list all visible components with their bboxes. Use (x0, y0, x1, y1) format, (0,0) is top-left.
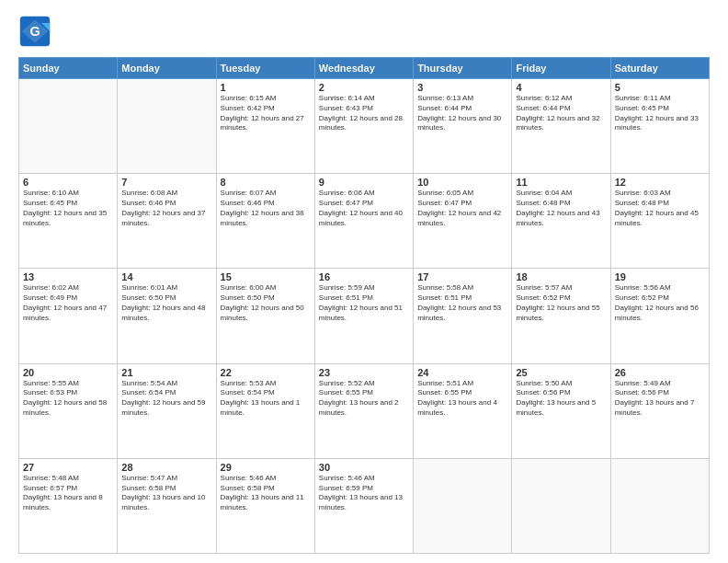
logo: G (18, 15, 55, 48)
week-row-4: 20Sunrise: 5:55 AM Sunset: 6:53 PM Dayli… (19, 363, 710, 458)
day-info: Sunrise: 5:51 AM Sunset: 6:55 PM Dayligh… (417, 379, 507, 419)
day-number: 17 (417, 271, 507, 282)
day-number: 30 (319, 462, 409, 473)
day-number: 12 (615, 177, 705, 188)
day-cell: 7Sunrise: 6:08 AM Sunset: 6:46 PM Daylig… (118, 174, 216, 269)
day-number: 25 (516, 367, 606, 378)
day-cell: 6Sunrise: 6:10 AM Sunset: 6:45 PM Daylig… (19, 174, 118, 269)
week-row-5: 27Sunrise: 5:48 AM Sunset: 6:57 PM Dayli… (19, 458, 710, 553)
day-info: Sunrise: 6:00 AM Sunset: 6:50 PM Dayligh… (221, 283, 311, 323)
calendar-header: SundayMondayTuesdayWednesdayThursdayFrid… (19, 58, 710, 79)
day-info: Sunrise: 5:57 AM Sunset: 6:52 PM Dayligh… (516, 283, 606, 323)
day-info: Sunrise: 6:07 AM Sunset: 6:46 PM Dayligh… (221, 189, 311, 228)
day-cell: 8Sunrise: 6:07 AM Sunset: 6:46 PM Daylig… (216, 174, 314, 269)
day-info: Sunrise: 5:46 AM Sunset: 6:58 PM Dayligh… (221, 474, 311, 513)
day-info: Sunrise: 5:47 AM Sunset: 6:58 PM Dayligh… (121, 474, 211, 513)
day-cell (610, 458, 709, 553)
day-number: 15 (221, 271, 311, 282)
day-cell: 26Sunrise: 5:49 AM Sunset: 6:56 PM Dayli… (610, 363, 709, 458)
day-number: 11 (516, 177, 606, 188)
day-cell: 20Sunrise: 5:55 AM Sunset: 6:53 PM Dayli… (19, 363, 118, 458)
day-number: 29 (221, 462, 311, 473)
day-info: Sunrise: 6:13 AM Sunset: 6:44 PM Dayligh… (417, 94, 507, 133)
day-info: Sunrise: 5:55 AM Sunset: 6:53 PM Dayligh… (23, 379, 113, 419)
day-cell: 23Sunrise: 5:52 AM Sunset: 6:55 PM Dayli… (314, 363, 413, 458)
day-info: Sunrise: 5:58 AM Sunset: 6:51 PM Dayligh… (417, 283, 507, 323)
day-info: Sunrise: 6:05 AM Sunset: 6:47 PM Dayligh… (417, 189, 507, 228)
day-info: Sunrise: 6:14 AM Sunset: 6:43 PM Dayligh… (319, 94, 409, 133)
page: G SundayMondayTuesdayWednesdayThursdayFr… (0, 0, 728, 563)
day-cell: 21Sunrise: 5:54 AM Sunset: 6:54 PM Dayli… (118, 363, 216, 458)
day-number: 14 (121, 271, 211, 282)
day-info: Sunrise: 6:10 AM Sunset: 6:45 PM Dayligh… (23, 189, 113, 228)
day-info: Sunrise: 5:56 AM Sunset: 6:52 PM Dayligh… (615, 283, 705, 323)
day-number: 28 (121, 462, 211, 473)
day-info: Sunrise: 6:15 AM Sunset: 6:42 PM Dayligh… (221, 94, 311, 133)
day-info: Sunrise: 6:12 AM Sunset: 6:44 PM Dayligh… (516, 94, 606, 133)
day-cell (118, 79, 216, 174)
day-number: 16 (319, 271, 409, 282)
day-info: Sunrise: 5:46 AM Sunset: 6:59 PM Dayligh… (319, 474, 409, 513)
day-number: 26 (615, 367, 705, 378)
day-info: Sunrise: 5:53 AM Sunset: 6:54 PM Dayligh… (221, 379, 311, 419)
day-cell (414, 458, 512, 553)
day-cell: 1Sunrise: 6:15 AM Sunset: 6:42 PM Daylig… (216, 79, 314, 174)
day-info: Sunrise: 6:02 AM Sunset: 6:49 PM Dayligh… (23, 283, 113, 323)
week-row-3: 13Sunrise: 6:02 AM Sunset: 6:49 PM Dayli… (19, 269, 710, 363)
header-cell-monday: Monday (118, 58, 216, 79)
day-cell: 15Sunrise: 6:00 AM Sunset: 6:50 PM Dayli… (216, 269, 314, 363)
day-cell: 9Sunrise: 6:06 AM Sunset: 6:47 PM Daylig… (314, 174, 413, 269)
day-number: 6 (23, 177, 113, 188)
day-cell: 28Sunrise: 5:47 AM Sunset: 6:58 PM Dayli… (118, 458, 216, 553)
day-number: 1 (221, 82, 311, 93)
day-cell: 2Sunrise: 6:14 AM Sunset: 6:43 PM Daylig… (314, 79, 413, 174)
day-number: 22 (221, 367, 311, 378)
day-number: 21 (121, 367, 211, 378)
day-number: 23 (319, 367, 409, 378)
day-cell: 11Sunrise: 6:04 AM Sunset: 6:48 PM Dayli… (512, 174, 610, 269)
day-number: 3 (417, 82, 507, 93)
day-cell: 27Sunrise: 5:48 AM Sunset: 6:57 PM Dayli… (19, 458, 118, 553)
header-cell-friday: Friday (512, 58, 610, 79)
day-number: 20 (23, 367, 113, 378)
day-number: 19 (615, 271, 705, 282)
day-number: 4 (516, 82, 606, 93)
day-info: Sunrise: 6:06 AM Sunset: 6:47 PM Dayligh… (319, 189, 409, 228)
day-number: 9 (319, 177, 409, 188)
day-info: Sunrise: 5:49 AM Sunset: 6:56 PM Dayligh… (615, 379, 705, 419)
calendar-table: SundayMondayTuesdayWednesdayThursdayFrid… (18, 57, 710, 554)
day-info: Sunrise: 6:11 AM Sunset: 6:45 PM Dayligh… (615, 94, 705, 133)
day-cell: 16Sunrise: 5:59 AM Sunset: 6:51 PM Dayli… (314, 269, 413, 363)
day-info: Sunrise: 6:03 AM Sunset: 6:48 PM Dayligh… (615, 189, 705, 228)
day-cell: 4Sunrise: 6:12 AM Sunset: 6:44 PM Daylig… (512, 79, 610, 174)
day-info: Sunrise: 5:59 AM Sunset: 6:51 PM Dayligh… (319, 283, 409, 323)
header-cell-tuesday: Tuesday (216, 58, 314, 79)
day-info: Sunrise: 5:54 AM Sunset: 6:54 PM Dayligh… (121, 379, 211, 419)
logo-icon: G (18, 15, 51, 48)
day-cell: 22Sunrise: 5:53 AM Sunset: 6:54 PM Dayli… (216, 363, 314, 458)
day-number: 24 (417, 367, 507, 378)
day-cell: 10Sunrise: 6:05 AM Sunset: 6:47 PM Dayli… (414, 174, 512, 269)
day-number: 2 (319, 82, 409, 93)
day-info: Sunrise: 5:50 AM Sunset: 6:56 PM Dayligh… (516, 379, 606, 419)
header: G (18, 15, 710, 48)
day-cell: 17Sunrise: 5:58 AM Sunset: 6:51 PM Dayli… (414, 269, 512, 363)
week-row-2: 6Sunrise: 6:10 AM Sunset: 6:45 PM Daylig… (19, 174, 710, 269)
header-cell-sunday: Sunday (19, 58, 118, 79)
day-info: Sunrise: 6:08 AM Sunset: 6:46 PM Dayligh… (121, 189, 211, 228)
day-info: Sunrise: 6:04 AM Sunset: 6:48 PM Dayligh… (516, 189, 606, 228)
header-cell-saturday: Saturday (610, 58, 709, 79)
week-row-1: 1Sunrise: 6:15 AM Sunset: 6:42 PM Daylig… (19, 79, 710, 174)
day-cell: 29Sunrise: 5:46 AM Sunset: 6:58 PM Dayli… (216, 458, 314, 553)
header-cell-wednesday: Wednesday (314, 58, 413, 79)
svg-text:G: G (29, 24, 40, 39)
day-cell: 14Sunrise: 6:01 AM Sunset: 6:50 PM Dayli… (118, 269, 216, 363)
day-cell: 3Sunrise: 6:13 AM Sunset: 6:44 PM Daylig… (414, 79, 512, 174)
day-cell: 13Sunrise: 6:02 AM Sunset: 6:49 PM Dayli… (19, 269, 118, 363)
calendar-body: 1Sunrise: 6:15 AM Sunset: 6:42 PM Daylig… (19, 79, 710, 554)
day-cell: 5Sunrise: 6:11 AM Sunset: 6:45 PM Daylig… (610, 79, 709, 174)
day-number: 7 (121, 177, 211, 188)
day-cell (512, 458, 610, 553)
day-cell: 18Sunrise: 5:57 AM Sunset: 6:52 PM Dayli… (512, 269, 610, 363)
header-cell-thursday: Thursday (414, 58, 512, 79)
